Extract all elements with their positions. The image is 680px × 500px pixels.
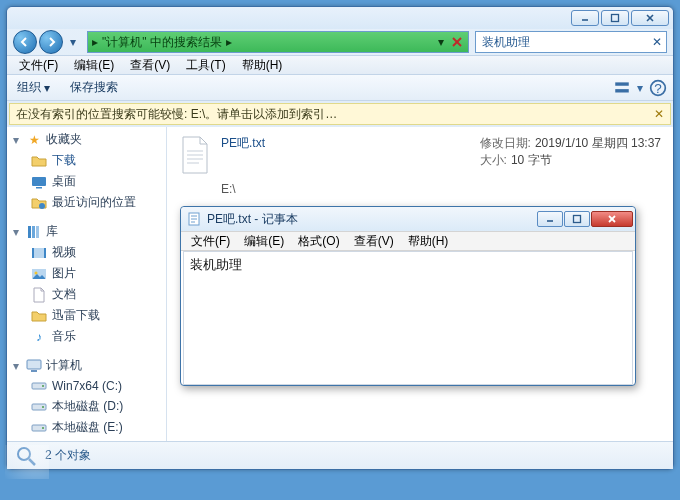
date-value: 2019/1/10 星期四 13:37 (535, 135, 661, 152)
desktop-icon (31, 174, 47, 190)
chevron-down-icon: ▾ (44, 81, 50, 95)
nav-row: ▾ ▸ "计算机" 中的搜索结果 ▸ ▾ 装机助理 ✕ (7, 29, 673, 55)
drive-icon (31, 399, 47, 415)
svg-rect-22 (31, 370, 37, 372)
chevron-down-icon[interactable]: ▾ (637, 81, 643, 95)
computer-icon (26, 358, 42, 374)
forward-button[interactable] (39, 30, 63, 54)
svg-rect-6 (615, 82, 629, 85)
address-bar[interactable]: ▸ "计算机" 中的搜索结果 ▸ ▾ (87, 31, 469, 53)
result-details: 修改日期:2019/1/10 星期四 13:37 大小:10 字节 (480, 135, 661, 169)
navigation-pane: ▾ ★ 收藏夹 下载 桌面 最近访问的位置 ▾ 库 视频 图片 文档 迅雷下载 … (7, 127, 167, 441)
sidebar-desktop[interactable]: 桌面 (7, 171, 166, 192)
sidebar-videos[interactable]: 视频 (7, 242, 166, 263)
drive-icon (31, 420, 47, 436)
favorites-group: ▾ ★ 收藏夹 下载 桌面 最近访问的位置 (7, 129, 166, 213)
menu-bar: 文件(F) 编辑(E) 查看(V) 工具(T) 帮助(H) (7, 55, 673, 75)
sidebar-drive-d[interactable]: 本地磁盘 (D:) (7, 396, 166, 417)
stop-icon[interactable] (450, 35, 464, 49)
maximize-button[interactable] (601, 10, 629, 26)
size-label: 大小: (480, 152, 507, 169)
music-icon: ♪ (31, 329, 47, 345)
notepad-minimize-button[interactable] (537, 211, 563, 227)
status-text: 2 个对象 (45, 447, 91, 464)
drive-icon (31, 378, 47, 394)
sidebar-recent[interactable]: 最近访问的位置 (7, 192, 166, 213)
notepad-menu-bar: 文件(F) 编辑(E) 格式(O) 查看(V) 帮助(H) (181, 231, 635, 251)
folder-icon (31, 308, 47, 324)
notepad-close-button[interactable] (591, 211, 633, 227)
index-warning-text: 在没有索引的位置搜索可能较慢: E:\。请单击以添加到索引… (16, 106, 337, 123)
breadcrumb-chevron-icon: ▸ (92, 35, 98, 49)
minimize-button[interactable] (571, 10, 599, 26)
notepad-menu-file[interactable]: 文件(F) (185, 232, 236, 251)
address-dropdown-icon[interactable]: ▾ (438, 35, 448, 49)
menu-view[interactable]: 查看(V) (124, 55, 176, 76)
notepad-menu-view[interactable]: 查看(V) (348, 232, 400, 251)
svg-point-26 (42, 406, 44, 408)
notepad-menu-edit[interactable]: 编辑(E) (238, 232, 290, 251)
svg-point-12 (39, 203, 45, 209)
notepad-window-controls (537, 211, 633, 227)
libraries-header[interactable]: ▾ 库 (7, 221, 166, 242)
svg-rect-14 (32, 226, 35, 238)
sidebar-pictures[interactable]: 图片 (7, 263, 166, 284)
save-search-button[interactable]: 保存搜索 (66, 77, 122, 98)
favorites-label: 收藏夹 (46, 131, 82, 148)
menu-file[interactable]: 文件(F) (13, 55, 64, 76)
notepad-icon (187, 212, 201, 226)
svg-rect-18 (44, 248, 46, 258)
view-mode-icon[interactable] (613, 79, 631, 97)
svg-point-33 (18, 448, 30, 460)
help-icon[interactable]: ? (649, 79, 667, 97)
close-button[interactable] (631, 10, 669, 26)
svg-rect-1 (612, 15, 619, 22)
svg-rect-16 (32, 248, 46, 258)
sidebar-music[interactable]: ♪音乐 (7, 326, 166, 347)
sidebar-downloads[interactable]: 下载 (7, 150, 166, 171)
svg-text:?: ? (654, 80, 662, 95)
menu-help[interactable]: 帮助(H) (236, 55, 289, 76)
history-dropdown-icon[interactable]: ▾ (65, 34, 81, 50)
svg-point-20 (35, 271, 38, 274)
svg-rect-15 (36, 226, 39, 238)
result-path: E:\ (221, 182, 661, 196)
address-tail: ▾ (438, 35, 464, 49)
address-text: "计算机" 中的搜索结果 (102, 34, 222, 51)
search-input[interactable]: 装机助理 ✕ (475, 31, 667, 53)
computer-group: ▾ 计算机 Win7x64 (C:) 本地磁盘 (D:) 本地磁盘 (E:) (7, 355, 166, 438)
status-bar: 2 个对象 (7, 441, 673, 469)
menu-edit[interactable]: 编辑(E) (68, 55, 120, 76)
sidebar-drive-c[interactable]: Win7x64 (C:) (7, 376, 166, 396)
close-warning-icon[interactable]: ✕ (654, 107, 664, 121)
svg-rect-7 (615, 89, 629, 92)
chevron-down-icon: ▾ (13, 359, 22, 373)
size-value: 10 字节 (511, 152, 552, 169)
favorites-header[interactable]: ▾ ★ 收藏夹 (7, 129, 166, 150)
notepad-window[interactable]: PE吧.txt - 记事本 文件(F) 编辑(E) 格式(O) 查看(V) 帮助… (180, 206, 636, 386)
svg-rect-11 (36, 187, 42, 189)
computer-header[interactable]: ▾ 计算机 (7, 355, 166, 376)
sidebar-documents[interactable]: 文档 (7, 284, 166, 305)
computer-label: 计算机 (46, 357, 82, 374)
notepad-menu-format[interactable]: 格式(O) (292, 232, 345, 251)
clear-search-icon[interactable]: ✕ (652, 35, 662, 49)
sidebar-thunder[interactable]: 迅雷下载 (7, 305, 166, 326)
menu-tools[interactable]: 工具(T) (180, 55, 231, 76)
date-label: 修改日期: (480, 135, 531, 152)
back-forward-group: ▾ (13, 30, 81, 54)
notepad-menu-help[interactable]: 帮助(H) (402, 232, 455, 251)
star-icon: ★ (26, 132, 42, 148)
picture-icon (31, 266, 47, 282)
notepad-text-area[interactable]: 装机助理 (183, 251, 633, 385)
libraries-group: ▾ 库 视频 图片 文档 迅雷下载 ♪音乐 (7, 221, 166, 347)
notepad-maximize-button[interactable] (564, 211, 590, 227)
svg-rect-21 (27, 360, 41, 369)
svg-point-24 (42, 385, 44, 387)
index-warning-strip[interactable]: 在没有索引的位置搜索可能较慢: E:\。请单击以添加到索引… ✕ (9, 103, 671, 125)
back-button[interactable] (13, 30, 37, 54)
explorer-titlebar (7, 7, 673, 29)
organize-button[interactable]: 组织 ▾ (13, 77, 54, 98)
sidebar-drive-e[interactable]: 本地磁盘 (E:) (7, 417, 166, 438)
notepad-titlebar[interactable]: PE吧.txt - 记事本 (181, 207, 635, 231)
